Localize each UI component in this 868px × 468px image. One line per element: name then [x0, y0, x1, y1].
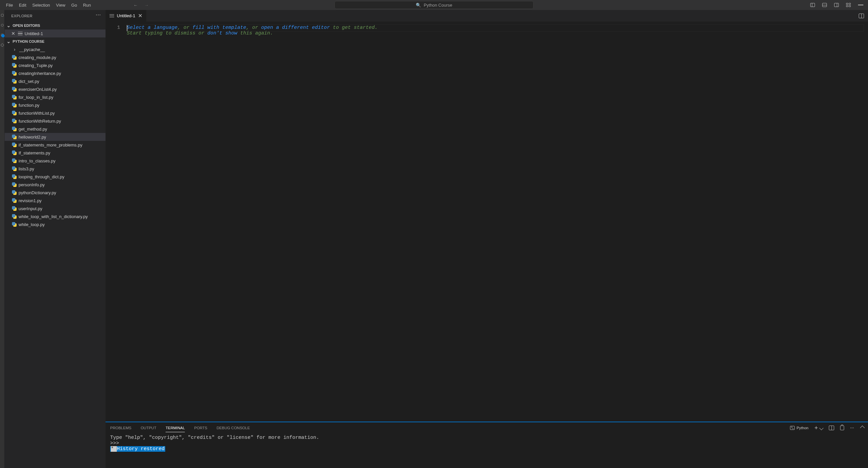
- file-row[interactable]: exerciserOnList4.py: [5, 85, 105, 93]
- file-row[interactable]: If_statements.py: [5, 149, 105, 157]
- tree-item-label: creating_Tuple.py: [19, 63, 53, 68]
- terminal-body[interactable]: Type "help", "copyright", "credits" or "…: [105, 434, 868, 468]
- file-row[interactable]: functionWithReturn.py: [5, 117, 105, 125]
- tree-item-label: personInfo.py: [19, 182, 45, 187]
- editor-tab-bar: Untitled-1 ✕: [105, 10, 868, 22]
- file-row[interactable]: creating_Tuple.py: [5, 61, 105, 69]
- activity-explorer-icon[interactable]: [1, 14, 4, 16]
- python-file-icon: [12, 103, 17, 107]
- open-editors-header[interactable]: ⌄ OPEN EDITORS: [5, 22, 105, 30]
- minimize-icon[interactable]: [858, 5, 863, 5]
- maximize-panel-icon[interactable]: [860, 426, 865, 430]
- toggle-panel-left-icon[interactable]: [810, 3, 815, 7]
- tree-item-label: looping_through_dict.py: [19, 174, 64, 179]
- file-row[interactable]: function.py: [5, 101, 105, 109]
- folder-row[interactable]: ›__pycache__: [5, 45, 105, 53]
- activity-debug-icon[interactable]: [0, 43, 4, 47]
- terminal-line: * History restored: [110, 446, 863, 452]
- file-row[interactable]: while_loop_with_list_n_dictionary.py: [5, 212, 105, 221]
- panel-tab-debug-console[interactable]: DEBUG CONSOLE: [217, 424, 250, 432]
- panel-more-icon[interactable]: ⋯: [850, 426, 855, 430]
- file-row[interactable]: userInput.py: [5, 204, 105, 212]
- file-row[interactable]: helloworld2.py: [5, 133, 105, 141]
- activity-search-icon[interactable]: [1, 24, 4, 27]
- file-row[interactable]: functionWithList.py: [5, 109, 105, 117]
- panel-tab-bar: PROBLEMSOUTPUTTERMINALPORTSDEBUG CONSOLE…: [105, 422, 868, 434]
- toggle-panel-right-icon[interactable]: [834, 3, 839, 7]
- python-file-icon: [12, 71, 17, 75]
- python-file-icon: [12, 79, 17, 83]
- python-file-icon: [12, 166, 17, 171]
- tree-item-label: while_loop_with_list_n_dictionary.py: [19, 214, 88, 219]
- open-different-editor-link[interactable]: open a different editor: [261, 25, 330, 31]
- activity-scm-icon[interactable]: [1, 34, 4, 36]
- terminal-profile[interactable]: Python: [790, 426, 809, 430]
- tree-item-label: intro_to_classes.py: [19, 159, 55, 163]
- python-file-icon: [12, 206, 17, 211]
- tree-item-label: while_loop.py: [19, 222, 45, 227]
- file-row[interactable]: creating_module.py: [5, 53, 105, 61]
- fill-template-link[interactable]: fill with template: [192, 25, 246, 31]
- split-terminal-icon[interactable]: [829, 426, 834, 430]
- nav-forward-icon[interactable]: →: [144, 3, 149, 8]
- python-file-icon: [12, 159, 17, 163]
- python-file-icon: [12, 135, 17, 139]
- file-row[interactable]: while_loop.py: [5, 221, 105, 228]
- file-row[interactable]: get_method.py: [5, 125, 105, 133]
- python-file-icon: [12, 55, 17, 60]
- panel-tab-ports[interactable]: PORTS: [194, 424, 207, 432]
- python-file-icon: [12, 174, 17, 179]
- explorer-sidebar: EXPLORER ⋯ ⌄ OPEN EDITORS ✕Untitled-1 ⌄ …: [5, 10, 105, 468]
- dont-show-link[interactable]: don't show: [207, 31, 237, 36]
- toggle-panel-bottom-icon[interactable]: [822, 3, 827, 7]
- menu-go[interactable]: Go: [69, 1, 80, 9]
- file-row[interactable]: revision1.py: [5, 197, 105, 204]
- menu-selection[interactable]: Selection: [30, 1, 53, 9]
- python-file-icon: [12, 119, 17, 123]
- file-row[interactable]: lists3.py: [5, 165, 105, 173]
- file-row[interactable]: if_statements_more_problems.py: [5, 141, 105, 149]
- file-row[interactable]: pythonDictionary.py: [5, 189, 105, 197]
- file-row[interactable]: intro_to_classes.py: [5, 157, 105, 165]
- file-row[interactable]: looping_through_dict.py: [5, 173, 105, 181]
- tree-item-label: __pycache__: [19, 47, 45, 52]
- file-row[interactable]: dict_set.py: [5, 77, 105, 85]
- project-header[interactable]: ⌄ PYTHON COURSE: [5, 37, 105, 45]
- tree-item-label: if_statements_more_problems.py: [19, 142, 82, 147]
- command-center[interactable]: 🔍 Python Course: [335, 1, 533, 9]
- terminal-line: Type "help", "copyright", "credits" or "…: [110, 435, 863, 440]
- tree-item-label: functionWithReturn.py: [19, 119, 61, 124]
- file-row[interactable]: for_loop_in_list.py: [5, 93, 105, 101]
- activity-bar: [0, 10, 5, 468]
- nav-back-icon[interactable]: ←: [133, 3, 138, 8]
- editor-body[interactable]: 1 Select a language, or fill with templa…: [105, 22, 868, 422]
- tree-item-label: functionWithList.py: [19, 111, 55, 116]
- menu-view[interactable]: View: [54, 1, 68, 9]
- kill-terminal-icon[interactable]: [840, 426, 844, 430]
- close-editor-icon[interactable]: ✕: [11, 31, 16, 36]
- tree-item-label: pythonDictionary.py: [19, 190, 56, 195]
- editor-tab-untitled[interactable]: Untitled-1 ✕: [105, 10, 147, 22]
- file-row[interactable]: creatingInheritance.py: [5, 69, 105, 77]
- python-file-icon: [12, 182, 17, 187]
- menu-run[interactable]: Run: [80, 1, 94, 9]
- file-row[interactable]: personInfo.py: [5, 181, 105, 189]
- menu-file[interactable]: File: [3, 1, 16, 9]
- command-center-label: Python Course: [424, 3, 452, 8]
- bottom-panel: PROBLEMSOUTPUTTERMINALPORTSDEBUG CONSOLE…: [105, 422, 868, 468]
- terminal-dropdown-icon[interactable]: [819, 426, 824, 430]
- panel-tab-problems[interactable]: PROBLEMS: [110, 424, 131, 432]
- terminal-profile-label: Python: [797, 426, 809, 430]
- tree-item-label: get_method.py: [19, 127, 47, 132]
- open-editor-row[interactable]: ✕Untitled-1: [5, 30, 105, 37]
- menu-edit[interactable]: Edit: [16, 1, 29, 9]
- select-language-link[interactable]: Select a language: [127, 25, 178, 31]
- search-icon: 🔍: [416, 3, 421, 8]
- customize-layout-icon[interactable]: [846, 3, 851, 7]
- panel-tab-terminal[interactable]: TERMINAL: [165, 424, 185, 432]
- close-tab-icon[interactable]: ✕: [138, 12, 142, 19]
- tree-item-label: If_statements.py: [19, 151, 50, 156]
- panel-tab-output[interactable]: OUTPUT: [141, 424, 156, 432]
- split-editor-icon[interactable]: [859, 13, 864, 18]
- explorer-more-icon[interactable]: ⋯: [96, 11, 101, 20]
